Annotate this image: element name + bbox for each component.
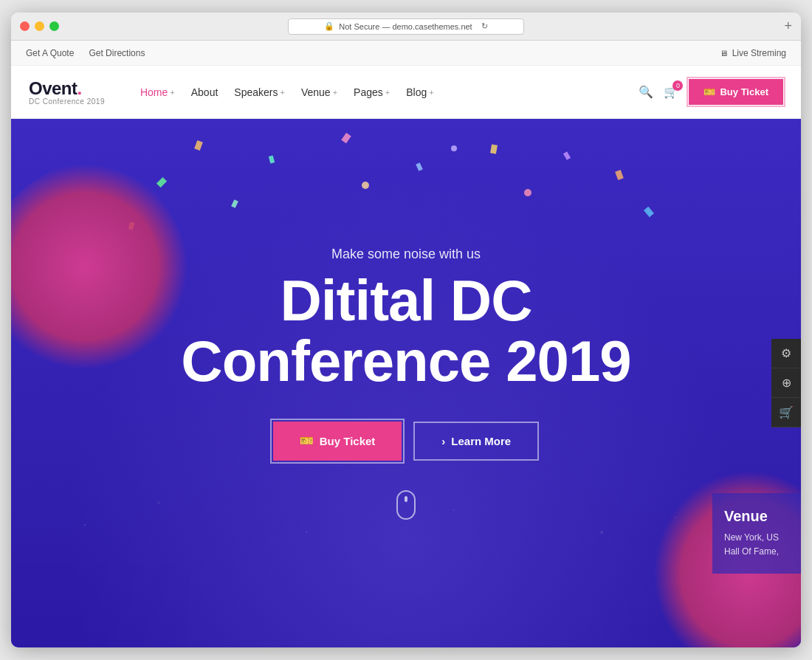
live-icon: 🖥 [720, 49, 728, 58]
maximize-button[interactable] [49, 21, 59, 31]
globe-sidebar-icon[interactable]: ⊕ [771, 368, 801, 398]
right-sidebar: ⚙ ⊕ 🛒 [771, 339, 801, 427]
hero-content: Make some noise with us Ditital DC Confe… [11, 247, 801, 520]
hero-title: Ditital DC Conference 2019 [41, 271, 771, 392]
settings-sidebar-icon[interactable]: ⚙ [771, 339, 801, 368]
cart-badge: 0 [672, 80, 683, 91]
logo-area: Ovent. DC Conference 2019 [29, 78, 105, 106]
scroll-indicator [41, 490, 771, 520]
logo-subtitle: DC Conference 2019 [29, 97, 105, 106]
scroll-mouse-icon [396, 490, 416, 520]
reload-icon: ↻ [481, 21, 488, 31]
hero-subtitle: Make some noise with us [41, 247, 771, 262]
ticket-icon-hero: 🎫 [300, 434, 314, 447]
nav-item-home[interactable]: Home + [134, 83, 181, 101]
buy-ticket-hero-button[interactable]: 🎫 Buy Ticket [273, 422, 402, 461]
browser-window: 🔒 Not Secure — demo.casethemes.net ↻ + G… [11, 13, 801, 647]
browser-content: Get A Quote Get Directions 🖥 Live Stremi… [11, 41, 801, 647]
nav-item-about[interactable]: About [185, 83, 224, 101]
live-streaming-label: Live Streming [732, 48, 786, 58]
address-bar[interactable]: 🔒 Not Secure — demo.casethemes.net ↻ [288, 18, 524, 35]
nav-item-blog[interactable]: Blog + [400, 83, 439, 101]
venue-label: Venue [724, 508, 789, 525]
nav-item-venue[interactable]: Venue + [295, 83, 343, 101]
get-quote-link[interactable]: Get A Quote [26, 48, 74, 58]
venue-detail: New York, US Hall Of Fame, [724, 531, 789, 559]
scroll-dot [405, 496, 407, 502]
logo-dot: . [78, 78, 82, 98]
logo[interactable]: Ovent. [29, 78, 105, 99]
utility-bar-right: 🖥 Live Streming [720, 48, 786, 58]
cart-icon[interactable]: 🛒 0 [664, 85, 678, 99]
venue-overlay: Venue New York, US Hall Of Fame, [712, 493, 801, 574]
utility-bar-left: Get A Quote Get Directions [26, 48, 145, 58]
minimize-button[interactable] [35, 21, 44, 31]
ticket-icon: 🎫 [703, 86, 715, 97]
learn-more-hero-button[interactable]: › Learn More [413, 422, 539, 461]
buy-ticket-nav-button[interactable]: 🎫 Buy Ticket [689, 79, 783, 105]
nav-item-speakers[interactable]: Speakers + [228, 83, 291, 101]
utility-bar: Get A Quote Get Directions 🖥 Live Stremi… [11, 41, 801, 66]
hero-section: Make some noise with us Ditital DC Confe… [11, 119, 801, 647]
browser-titlebar: 🔒 Not Secure — demo.casethemes.net ↻ + [11, 13, 801, 41]
nav-actions: 🔍 🛒 0 🎫 Buy Ticket [639, 79, 783, 105]
hero-buttons: 🎫 Buy Ticket › Learn More [41, 422, 771, 461]
traffic-lights [20, 21, 59, 31]
search-icon[interactable]: 🔍 [639, 85, 653, 99]
nav-item-pages[interactable]: Pages + [348, 83, 396, 101]
main-nav: Ovent. DC Conference 2019 Home + About S… [11, 66, 801, 119]
close-button[interactable] [20, 21, 30, 31]
address-text: Not Secure — demo.casethemes.net [339, 22, 472, 31]
cart-sidebar-icon[interactable]: 🛒 [771, 398, 801, 427]
logo-text: Ovent. [29, 78, 82, 98]
lock-icon: 🔒 [324, 21, 334, 31]
get-directions-link[interactable]: Get Directions [89, 48, 145, 58]
new-tab-button[interactable]: + [784, 18, 792, 34]
nav-links: Home + About Speakers + Venue + Pages + [134, 83, 639, 101]
